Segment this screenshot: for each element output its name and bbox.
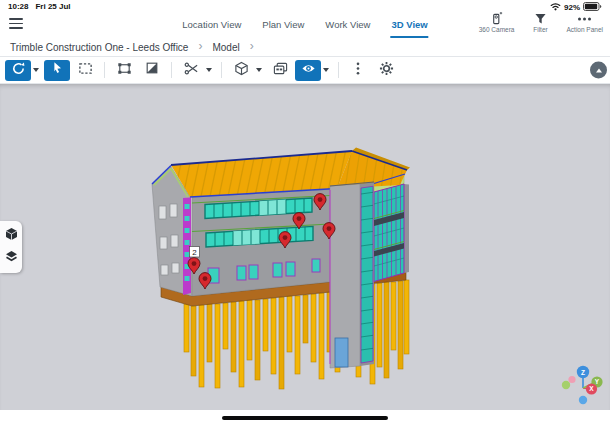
orbit-dropdown-caret[interactable] [33,68,39,72]
3d-model-scene[interactable]: 2 Z Y X [0,84,610,410]
tab-plan-view[interactable]: Plan View [261,12,305,38]
filter-label: Filter [533,26,547,33]
kebab-icon [355,61,361,80]
menu-hamburger-icon[interactable] [9,18,23,29]
marquee-select-button[interactable] [72,60,98,81]
toolbar [0,57,610,84]
chevron-right-icon: › [198,39,202,53]
settings-button[interactable] [373,60,399,81]
gizmo-neg-x-dot[interactable] [568,376,575,383]
360-camera-button[interactable]: 360 Camera [479,12,515,33]
cube-3d-icon [5,227,18,245]
orbit-tool-button[interactable] [5,60,31,81]
collapse-toolbar-button[interactable] [590,62,607,79]
svg-text:Z: Z [581,369,585,376]
pin-count-badge[interactable]: 2 [190,247,200,258]
svg-text:Y: Y [595,378,600,385]
contrast-square-icon [145,61,159,79]
cube-icon [234,61,249,80]
orientation-gizmo[interactable]: Z Y X [562,366,603,404]
layers-button[interactable] [3,250,19,266]
360-camera-label: 360 Camera [479,26,515,33]
app-screen: 10:28 Fri 25 Jul 92% Location View Plan … [0,0,610,424]
tab-work-view[interactable]: Work View [324,12,371,38]
eye-icon [301,61,316,80]
gizmo-x-axis[interactable]: X [586,383,597,394]
building-front-facade [192,189,337,296]
header: Location View Plan View Work View 3D Vie… [0,11,610,38]
filter-funnel-icon [534,12,547,25]
layers-icon [5,249,18,267]
visibility-dropdown-caret[interactable] [323,68,329,72]
chevron-right-icon: › [250,39,254,53]
gizmo-z-axis[interactable]: Z [577,366,589,378]
marquee-select-icon [78,61,93,80]
gizmo-neg-z-dot[interactable] [579,396,587,404]
model-tree-button[interactable] [3,228,19,244]
view-tabs: Location View Plan View Work View 3D Vie… [181,12,428,38]
action-panel-button[interactable]: Action Panel [567,12,604,33]
home-indicator[interactable] [222,416,388,420]
status-date: Fri 25 Jul [35,2,70,11]
tab-location-view[interactable]: Location View [181,12,242,38]
model-button[interactable] [228,60,254,81]
header-actions: 360 Camera Filter Action Panel [479,12,603,33]
transform-select-icon [117,61,132,80]
saved-views-icon [273,61,288,80]
orbit-icon [11,61,26,80]
tower-door [335,338,348,367]
more-options-button[interactable] [345,60,371,81]
building-stair-tower [330,182,374,368]
breadcrumb-model[interactable]: Model [212,42,239,53]
breadcrumb-project[interactable]: Trimble Construction One - Leeds Office [10,42,188,53]
select-tool-button[interactable] [44,60,70,81]
scissors-icon [184,61,199,80]
transform-select-button[interactable] [111,60,137,81]
action-panel-label: Action Panel [567,26,604,33]
pin-count-badge-label: 2 [192,248,197,257]
tab-3d-view[interactable]: 3D View [390,12,428,38]
3d-viewport[interactable]: 2 Z Y X [0,84,610,410]
ellipsis-icon [577,12,592,25]
cut-section-button[interactable] [178,60,204,81]
breadcrumb: Trimble Construction One - Leeds Office … [0,38,610,57]
visibility-button[interactable] [295,60,321,81]
model-dropdown-caret[interactable] [256,68,262,72]
viewport-side-panel [0,221,22,273]
gear-icon [379,61,394,80]
filter-button[interactable]: Filter [528,12,554,33]
cut-dropdown-caret[interactable] [206,68,212,72]
gizmo-neg-y-dot[interactable] [562,381,570,389]
appearance-contrast-button[interactable] [139,60,165,81]
status-time: 10:28 [8,2,28,11]
camera-360-icon [490,12,503,25]
bottom-strip [0,410,610,424]
svg-text:X: X [589,385,594,392]
chevron-up-icon [596,68,602,72]
saved-views-button[interactable] [267,60,293,81]
building-right-gable [374,175,409,282]
cursor-icon [50,61,64,79]
